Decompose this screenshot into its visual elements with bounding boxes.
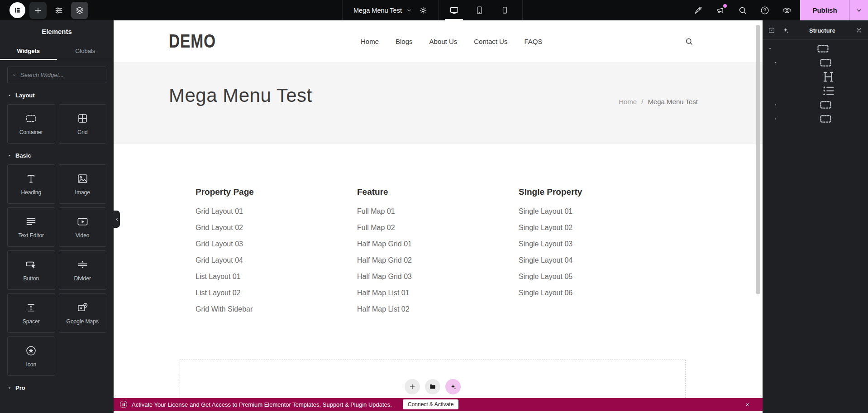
mega-menu-item-list-layout-02[interactable]: List Layout 02 bbox=[196, 285, 357, 301]
tab-widgets[interactable]: Widgets bbox=[0, 42, 57, 60]
mega-menu-item-grid-with-sidebar[interactable]: Grid With Sidebar bbox=[196, 301, 357, 317]
add-element-button[interactable] bbox=[29, 2, 47, 19]
mega-menu-item-half-map-list-01[interactable]: Half Map List 01 bbox=[357, 285, 519, 301]
mega-menu-item-grid-layout-04[interactable]: Grid Layout 04 bbox=[196, 252, 357, 269]
document-switcher[interactable]: Mega Menu Test bbox=[347, 0, 419, 20]
mega-menu-item-single-layout-04[interactable]: Single Layout 04 bbox=[519, 252, 680, 269]
widget-card-video[interactable]: Video bbox=[59, 207, 107, 247]
structure-tree: ContainerContainerHeadingHAEList IconHAE… bbox=[763, 41, 868, 126]
heading-icon bbox=[25, 173, 37, 185]
structure-close-icon[interactable] bbox=[855, 27, 863, 34]
mega-menu-item-half-map-list-02[interactable]: Half Map List 02 bbox=[357, 301, 519, 317]
page-settings-button[interactable] bbox=[415, 2, 432, 19]
tree-row-container[interactable]: Container bbox=[763, 98, 868, 112]
preview-eye-icon[interactable] bbox=[782, 5, 792, 15]
site-settings-button[interactable] bbox=[50, 2, 67, 19]
publish-options-button[interactable] bbox=[850, 0, 868, 20]
breadcrumb: Home / Mega Menu Test bbox=[619, 98, 698, 106]
ai-builder-button[interactable] bbox=[445, 379, 461, 394]
template-library-button[interactable] bbox=[425, 379, 440, 394]
tree-row-container[interactable]: Container bbox=[763, 42, 868, 56]
container-icon bbox=[778, 56, 868, 70]
widget-card-heading[interactable]: Heading bbox=[7, 164, 55, 204]
add-section-buttons bbox=[405, 379, 461, 394]
widget-card-container[interactable]: Container bbox=[7, 104, 55, 144]
section-header-pro[interactable]: Pro bbox=[7, 384, 106, 391]
caret-spacer bbox=[779, 75, 783, 79]
canvas-scrollbar[interactable] bbox=[756, 25, 760, 294]
editor-canvas: DEMO HomeBlogsAbout UsContact UsFAQS Meg… bbox=[114, 20, 763, 413]
device-tablet-button[interactable] bbox=[472, 0, 487, 20]
tab-globals[interactable]: Globals bbox=[57, 42, 114, 60]
responsive-device-switcher bbox=[446, 0, 512, 20]
document-name: Mega Menu Test bbox=[353, 7, 402, 14]
device-mobile-button[interactable] bbox=[497, 0, 512, 20]
nav-item-home[interactable]: Home bbox=[361, 38, 379, 45]
header-search-icon[interactable] bbox=[685, 37, 693, 46]
close-glyph bbox=[744, 401, 751, 408]
widget-card-grid[interactable]: Grid bbox=[59, 104, 107, 144]
widget-card-text-editor[interactable]: Text Editor bbox=[7, 207, 55, 247]
widget-card-google-maps[interactable]: Google Maps bbox=[59, 293, 107, 333]
rocket-glyph bbox=[693, 5, 703, 15]
widget-card-divider[interactable]: Divider bbox=[59, 250, 107, 290]
mega-menu-item-single-layout-06[interactable]: Single Layout 06 bbox=[519, 285, 680, 301]
widget-card-spacer[interactable]: Spacer bbox=[7, 293, 55, 333]
mega-menu-item-single-layout-03[interactable]: Single Layout 03 bbox=[519, 236, 680, 252]
structure-toggle-button[interactable] bbox=[71, 2, 88, 19]
site-header: DEMO HomeBlogsAbout UsContact UsFAQS bbox=[114, 20, 763, 62]
nav-item-faqs[interactable]: FAQS bbox=[524, 38, 542, 45]
mega-menu-item-grid-layout-02[interactable]: Grid Layout 02 bbox=[196, 220, 357, 236]
mega-menu-item-single-layout-02[interactable]: Single Layout 02 bbox=[519, 220, 680, 236]
nav-item-contact-us[interactable]: Contact Us bbox=[474, 38, 507, 45]
container-icon bbox=[25, 112, 37, 125]
panel-collapse-handle[interactable] bbox=[114, 211, 120, 228]
section-pro: Pro bbox=[0, 384, 114, 391]
mega-menu-item-full-map-01[interactable]: Full Map 01 bbox=[357, 203, 519, 220]
elementor-logo[interactable] bbox=[10, 2, 25, 18]
widget-card-button[interactable]: Button bbox=[7, 250, 55, 290]
mega-menu-item-half-map-grid-03[interactable]: Half Map Grid 03 bbox=[357, 269, 519, 285]
icon-icon bbox=[25, 345, 37, 357]
breadcrumb-home-link[interactable]: Home bbox=[619, 98, 637, 106]
tree-row-container[interactable]: Container bbox=[763, 112, 868, 126]
mega-menu-item-grid-layout-03[interactable]: Grid Layout 03 bbox=[196, 236, 357, 252]
mega-menu-item-single-layout-01[interactable]: Single Layout 01 bbox=[519, 203, 680, 220]
site-logo[interactable]: DEMO bbox=[169, 30, 216, 52]
device-desktop-button[interactable] bbox=[446, 0, 462, 20]
launchpad-rocket-icon[interactable] bbox=[693, 5, 703, 15]
caret-right-icon[interactable] bbox=[773, 117, 777, 121]
dock-icon[interactable] bbox=[768, 27, 775, 34]
publish-button[interactable]: Publish bbox=[800, 0, 849, 20]
section-header-layout[interactable]: Layout bbox=[7, 92, 106, 99]
add-widget-button[interactable] bbox=[405, 379, 420, 394]
finder-search-icon[interactable] bbox=[738, 5, 748, 15]
widget-card-icon[interactable]: Icon bbox=[7, 336, 55, 376]
notification-close-icon[interactable] bbox=[744, 401, 751, 408]
gear-icon bbox=[419, 6, 428, 15]
nav-item-blogs[interactable]: Blogs bbox=[396, 38, 413, 45]
mega-menu-item-single-layout-05[interactable]: Single Layout 05 bbox=[519, 269, 680, 285]
mega-menu-item-half-map-grid-02[interactable]: Half Map Grid 02 bbox=[357, 252, 519, 269]
tree-row-container[interactable]: Container bbox=[763, 56, 868, 70]
mega-menu-item-list-layout-01[interactable]: List Layout 01 bbox=[196, 269, 357, 285]
section-header-basic[interactable]: Basic bbox=[7, 152, 106, 159]
tree-row-heading[interactable]: HeadingHAE bbox=[763, 70, 868, 84]
tree-row-list-icon[interactable]: List IconHAE bbox=[763, 84, 868, 98]
caret-right-icon[interactable] bbox=[773, 103, 777, 107]
ai-sparkles-icon[interactable] bbox=[782, 27, 789, 34]
mega-menu-item-grid-layout-01[interactable]: Grid Layout 01 bbox=[196, 203, 357, 220]
help-icon[interactable] bbox=[760, 5, 770, 15]
caret-down-icon[interactable] bbox=[768, 47, 772, 51]
search-icon bbox=[13, 72, 16, 78]
widget-label: Heading bbox=[21, 189, 41, 196]
search-input[interactable] bbox=[20, 72, 101, 78]
whats-new-megaphone-icon[interactable] bbox=[715, 5, 725, 15]
widget-card-image[interactable]: Image bbox=[59, 164, 107, 204]
nav-item-about-us[interactable]: About Us bbox=[429, 38, 458, 45]
elementor-license-icon bbox=[120, 401, 127, 408]
caret-down-icon[interactable] bbox=[773, 61, 777, 65]
mega-menu-item-full-map-02[interactable]: Full Map 02 bbox=[357, 220, 519, 236]
connect-activate-button[interactable]: Connect & Activate bbox=[403, 399, 458, 409]
mega-menu-item-half-map-grid-01[interactable]: Half Map Grid 01 bbox=[357, 236, 519, 252]
